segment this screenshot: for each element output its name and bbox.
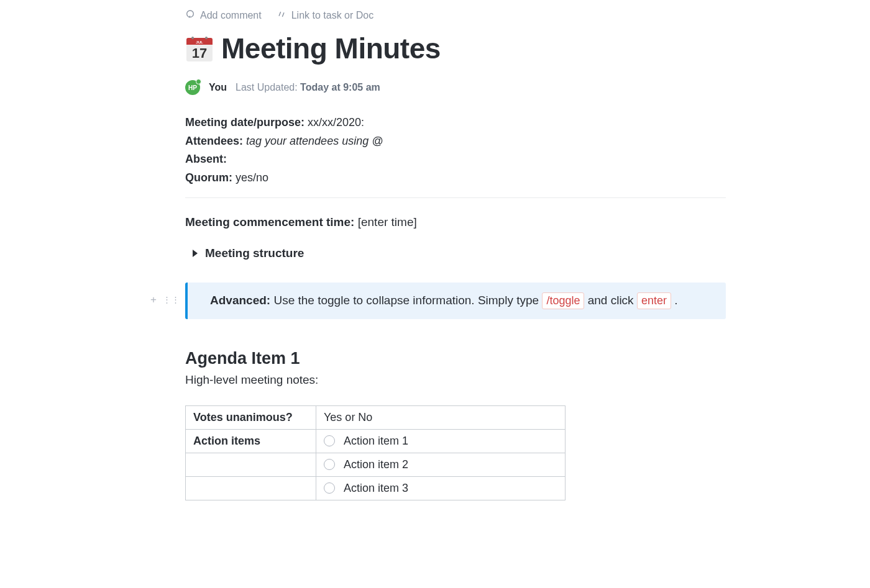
updated-label: Last Updated: bbox=[236, 82, 298, 93]
radio-icon[interactable] bbox=[324, 482, 335, 494]
toggle-meeting-structure[interactable]: Meeting structure bbox=[193, 247, 726, 260]
table-row: Action item 3 bbox=[186, 476, 566, 500]
action-item-text: Action item 1 bbox=[344, 435, 408, 448]
commencement-line[interactable]: Meeting commencement time: [enter time] bbox=[185, 215, 726, 229]
author-name: You bbox=[209, 82, 227, 93]
updated-value: Today at 9:05 am bbox=[300, 82, 380, 93]
top-actions: Add comment Link to task or Doc bbox=[185, 9, 726, 22]
link-task-button[interactable]: Link to task or Doc bbox=[277, 9, 374, 22]
agenda-subtext[interactable]: High-level meeting notes: bbox=[185, 373, 726, 387]
block-controls: + ⋮⋮ bbox=[150, 294, 180, 306]
avatar[interactable]: HP bbox=[185, 80, 200, 95]
action-items-label[interactable]: Action items bbox=[186, 429, 316, 453]
callout-text-2: and click bbox=[584, 294, 636, 307]
meta-row: HP You Last Updated: Today at 9:05 am bbox=[185, 80, 726, 95]
advanced-callout[interactable]: Advanced: Use the toggle to collapse inf… bbox=[185, 283, 726, 319]
code-enter: enter bbox=[637, 292, 671, 309]
agenda-table[interactable]: Votes unanimous? Yes or No Action items … bbox=[185, 405, 566, 500]
date-label: Meeting date/purpose: bbox=[185, 116, 304, 129]
table-row: Action item 2 bbox=[186, 453, 566, 476]
meeting-details[interactable]: Meeting date/purpose: xx/xx/2020: Attend… bbox=[185, 114, 726, 188]
link-icon bbox=[277, 9, 286, 22]
date-value: xx/xx/2020: bbox=[308, 116, 364, 129]
drag-handle-icon[interactable]: ⋮⋮ bbox=[163, 295, 180, 304]
add-comment-button[interactable]: Add comment bbox=[185, 9, 262, 22]
radio-icon[interactable] bbox=[324, 435, 335, 446]
add-comment-label: Add comment bbox=[200, 10, 262, 21]
attendees-label: Attendees: bbox=[185, 135, 243, 147]
svg-text:JUL: JUL bbox=[196, 40, 203, 44]
svg-point-6 bbox=[191, 37, 194, 39]
absent-label: Absent: bbox=[185, 153, 227, 165]
radio-icon[interactable] bbox=[324, 459, 335, 470]
callout-text-3: . bbox=[671, 294, 678, 307]
link-task-label: Link to task or Doc bbox=[291, 10, 374, 21]
comment-icon bbox=[185, 9, 195, 22]
commence-label: Meeting commencement time: bbox=[185, 215, 354, 228]
add-block-icon[interactable]: + bbox=[150, 294, 157, 306]
quorum-value: yes/no bbox=[236, 171, 268, 184]
divider bbox=[185, 197, 726, 198]
quorum-label: Quorum: bbox=[185, 171, 232, 184]
votes-label[interactable]: Votes unanimous? bbox=[186, 405, 316, 429]
votes-value[interactable]: Yes or No bbox=[316, 405, 566, 429]
table-row: Votes unanimous? Yes or No bbox=[186, 405, 566, 429]
commence-value: [enter time] bbox=[358, 215, 417, 228]
title-row: JUL 17 Meeting Minutes bbox=[185, 32, 726, 65]
calendar-icon[interactable]: JUL 17 bbox=[185, 34, 214, 63]
callout-label: Advanced: bbox=[210, 294, 270, 307]
table-row: Action items Action item 1 bbox=[186, 429, 566, 453]
action-item-text: Action item 3 bbox=[344, 482, 408, 495]
attendees-hint: tag your attendees using @ bbox=[246, 135, 383, 147]
toggle-label: Meeting structure bbox=[205, 247, 304, 260]
svg-text:17: 17 bbox=[192, 45, 207, 61]
action-item-text: Action item 2 bbox=[344, 458, 408, 471]
svg-point-7 bbox=[205, 37, 208, 39]
callout-text-1: Use the toggle to collapse information. … bbox=[270, 294, 542, 307]
page-title[interactable]: Meeting Minutes bbox=[221, 32, 441, 65]
code-toggle: /toggle bbox=[542, 292, 584, 309]
agenda-heading[interactable]: Agenda Item 1 bbox=[185, 349, 726, 368]
document-page: Add comment Link to task or Doc JUL 17 M… bbox=[185, 9, 726, 500]
caret-right-icon bbox=[193, 250, 198, 257]
